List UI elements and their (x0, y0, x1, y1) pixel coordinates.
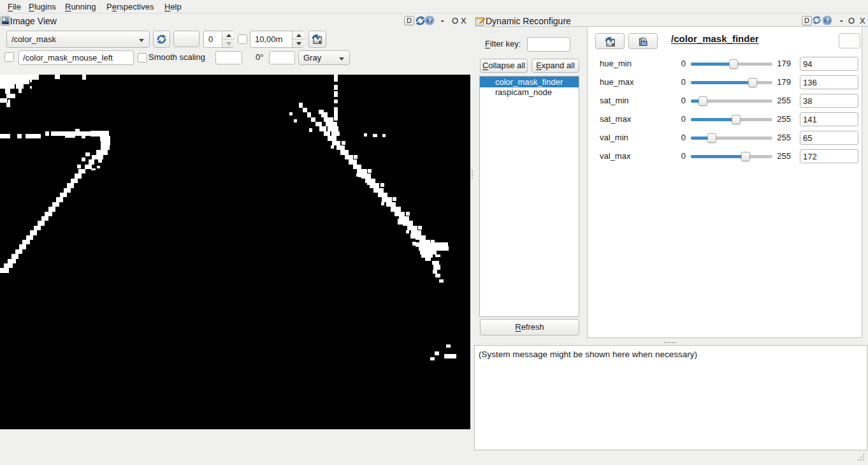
svg-text:?: ? (428, 17, 432, 24)
svg-text:?: ? (825, 17, 830, 24)
